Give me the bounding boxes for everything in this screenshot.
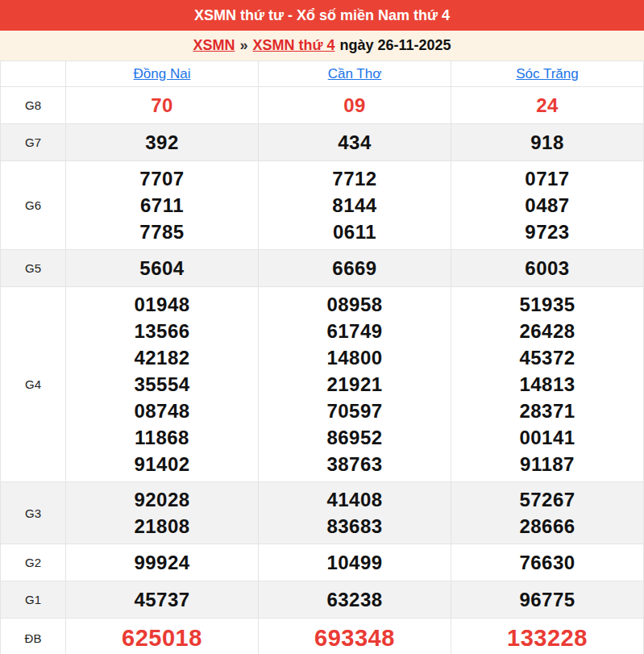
result-number: 14800: [259, 344, 451, 371]
prize-cell-G5-2: 6669: [259, 250, 451, 287]
breadcrumb-separator: »: [239, 37, 247, 54]
result-number: 693348: [259, 623, 451, 653]
result-number: 35554: [66, 371, 258, 398]
result-number: 14813: [451, 371, 643, 398]
result-number: 45737: [66, 586, 258, 613]
prize-label: ĐB: [1, 619, 66, 654]
result-number: 21921: [259, 371, 451, 398]
prize-cell-ĐB-3: 133228: [451, 619, 644, 654]
result-number: 83683: [259, 513, 451, 539]
breadcrumb-link-xsmn[interactable]: XSMN: [193, 37, 235, 54]
prize-cell-G8-2: 09: [259, 87, 451, 124]
breadcrumb-link-xsmn-thu-4[interactable]: XSMN thứ 4: [252, 37, 334, 54]
prize-cell-G3-1: 9202821808: [66, 482, 259, 544]
prize-label: G6: [1, 161, 66, 250]
prize-cell-G2-2: 10499: [259, 544, 451, 581]
result-number: 13566: [66, 318, 258, 344]
result-number: 133228: [451, 623, 643, 653]
result-number: 96775: [451, 586, 643, 613]
prize-cell-G1-1: 45737: [66, 581, 259, 619]
prize-cell-G8-1: 70: [66, 87, 259, 124]
prize-cell-G1-3: 96775: [451, 581, 644, 619]
result-number: 6669: [259, 255, 451, 281]
prize-cell-G7-1: 392: [66, 124, 259, 161]
prize-cell-G4-3: 51935264284537214813283710014191187: [451, 287, 644, 482]
prize-row-G4: G401948135664218235554087481186891402089…: [1, 287, 644, 482]
result-number: 625018: [66, 623, 258, 653]
prize-row-G7: G7392434918: [1, 124, 644, 161]
province-header-row: Đồng NaiCần ThơSóc Trăng: [1, 61, 644, 87]
result-number: 57267: [451, 486, 643, 513]
result-number: 434: [259, 129, 451, 156]
prize-cell-ĐB-2: 693348: [259, 619, 451, 654]
prize-cell-G6-3: 071704879723: [451, 161, 644, 250]
result-number: 11868: [66, 424, 258, 451]
page-header-bar: XSMN thứ tư - Xổ số miền Nam thứ 4: [0, 0, 644, 31]
result-number: 91402: [66, 451, 258, 477]
result-number: 63238: [259, 586, 451, 613]
result-number: 08748: [66, 398, 258, 424]
prize-label: G8: [1, 87, 66, 124]
result-number: 99924: [66, 549, 258, 576]
province-header-2: Cần Thơ: [259, 61, 451, 87]
result-number: 61749: [259, 318, 451, 344]
lottery-results-table: Đồng NaiCần ThơSóc Trăng G8700924G739243…: [0, 60, 644, 654]
prize-cell-G3-2: 4140883683: [259, 482, 451, 544]
prize-cell-G7-3: 918: [451, 124, 644, 161]
result-number: 21808: [66, 513, 258, 539]
result-number: 45372: [451, 344, 643, 371]
province-link-2[interactable]: Cần Thơ: [328, 66, 382, 81]
result-number: 7707: [66, 165, 258, 192]
prize-row-G8: G8700924: [1, 87, 644, 124]
result-number: 28371: [451, 398, 643, 424]
prize-row-G3: G3920282180841408836835726728666: [1, 482, 644, 544]
prize-label: G5: [1, 250, 66, 287]
result-number: 0611: [259, 219, 451, 245]
result-number: 9723: [451, 219, 643, 245]
result-number: 08958: [259, 291, 451, 318]
result-number: 70597: [259, 398, 451, 424]
result-number: 0717: [451, 165, 643, 192]
result-number: 51935: [451, 291, 643, 318]
prize-row-G5: G5560466696003: [1, 250, 644, 287]
prize-cell-G4-2: 08958617491480021921705978695238763: [259, 287, 451, 482]
breadcrumb: XSMN » XSMN thứ 4 ngày 26-11-2025: [0, 31, 644, 60]
province-link-3[interactable]: Sóc Trăng: [516, 66, 579, 81]
prize-row-ĐB: ĐB625018693348133228: [1, 619, 644, 654]
prize-label: G4: [1, 287, 66, 482]
result-number: 42182: [66, 344, 258, 371]
prize-cell-G8-3: 24: [451, 87, 644, 124]
prize-cell-G3-3: 5726728666: [451, 482, 644, 544]
prize-label: G2: [1, 544, 66, 581]
province-link-1[interactable]: Đồng Nai: [134, 66, 191, 81]
prize-cell-G2-1: 99924: [66, 544, 259, 581]
result-number: 7712: [259, 165, 451, 192]
result-number: 38763: [259, 451, 451, 477]
prize-label: G3: [1, 482, 66, 544]
prize-cell-G1-2: 63238: [259, 581, 451, 619]
prize-label: G7: [1, 124, 66, 161]
result-number: 918: [451, 129, 643, 156]
result-number: 10499: [259, 549, 451, 576]
result-number: 41408: [259, 486, 451, 513]
prize-cell-G6-2: 771281440611: [259, 161, 451, 250]
result-number: 01948: [66, 291, 258, 318]
result-number: 5604: [66, 255, 258, 281]
result-number: 00141: [451, 424, 643, 451]
province-header-3: Sóc Trăng: [451, 61, 644, 87]
result-number: 76630: [451, 549, 643, 576]
prize-cell-G7-2: 434: [259, 124, 451, 161]
result-number: 24: [451, 92, 643, 119]
result-number: 6003: [451, 255, 643, 281]
prize-cell-G5-1: 5604: [66, 250, 259, 287]
result-number: 70: [66, 92, 258, 119]
breadcrumb-date: ngày 26-11-2025: [339, 37, 451, 54]
result-number: 0487: [451, 192, 643, 219]
result-number: 09: [259, 92, 451, 119]
prize-cell-ĐB-1: 625018: [66, 619, 259, 654]
prize-cell-G2-3: 76630: [451, 544, 644, 581]
result-number: 91187: [451, 451, 643, 477]
prize-row-G2: G2999241049976630: [1, 544, 644, 581]
result-number: 26428: [451, 318, 643, 344]
prize-cell-G4-1: 01948135664218235554087481186891402: [66, 287, 259, 482]
